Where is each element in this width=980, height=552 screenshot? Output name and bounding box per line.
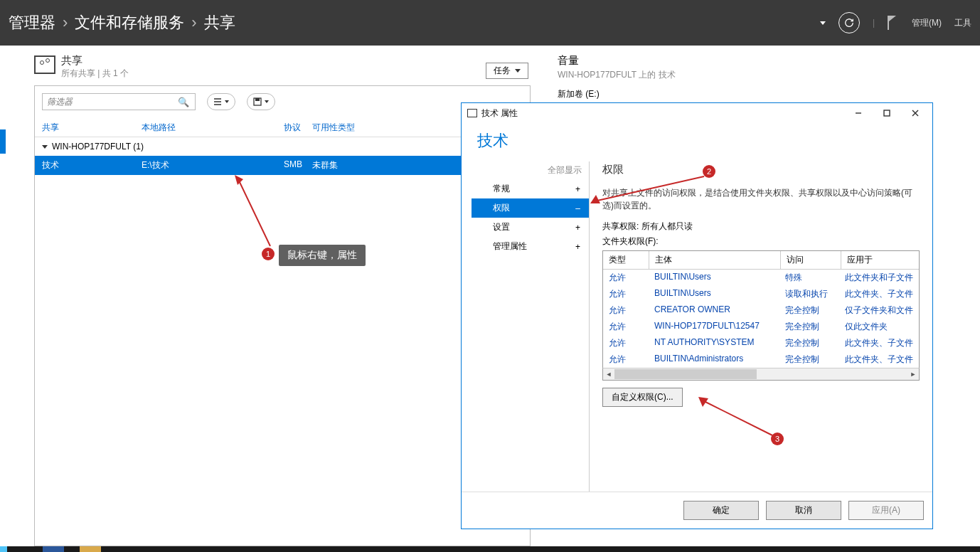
- scroll-right-icon[interactable]: ►: [907, 368, 919, 380]
- cell-principal: CREATOR OWNER: [649, 302, 779, 319]
- cell-applies: 此文件夹、子文件: [839, 286, 919, 302]
- customize-permissions-button[interactable]: 自定义权限(C)...: [602, 388, 683, 407]
- dialog-window-title: 技术 属性: [481, 107, 518, 120]
- perm-row[interactable]: 允许BUILTIN\Users特殊此文件夹和子文件: [603, 270, 919, 286]
- tasks-dropdown[interactable]: 任务: [486, 63, 528, 79]
- col-avail[interactable]: 可用性类型: [312, 122, 355, 134]
- tools-menu[interactable]: 工具: [954, 17, 971, 29]
- nav-label: 设置: [493, 221, 510, 233]
- cancel-button[interactable]: 取消: [766, 501, 841, 520]
- perm-row[interactable]: 允许NT AUTHORITY\SYSTEM完全控制此文件夹、子文件: [603, 335, 919, 351]
- nav-label: 权限: [493, 202, 510, 214]
- col-proto[interactable]: 协议: [284, 122, 312, 134]
- apply-button[interactable]: 应用(A): [848, 501, 924, 520]
- nav-permissions[interactable]: 权限–: [472, 198, 589, 218]
- maximize-button[interactable]: [873, 105, 901, 121]
- volume-pane: 音量 WIN-HOP177DFULT 上的 技术 新加卷 (E:): [539, 54, 980, 100]
- cell-applies: 仅此文件夹: [839, 319, 919, 335]
- separator: |: [873, 18, 875, 28]
- folder-perm-label: 文件夹权限(F):: [602, 235, 920, 248]
- chevron-right-icon: ›: [63, 14, 68, 32]
- volume-name: 新加卷 (E:): [558, 88, 980, 100]
- svg-rect-3: [884, 110, 890, 116]
- cell-type: 允许: [603, 335, 649, 351]
- svg-rect-1: [255, 98, 260, 101]
- minimize-button[interactable]: [844, 105, 873, 121]
- search-icon[interactable]: 🔍: [172, 97, 195, 107]
- column-headers: 共享 本地路径 协议 可用性类型: [35, 117, 530, 137]
- share-icon: [34, 55, 55, 74]
- cell-type: 允许: [603, 302, 649, 319]
- plus-icon: +: [575, 223, 580, 233]
- col-type[interactable]: 类型: [603, 251, 649, 270]
- close-button[interactable]: [901, 105, 930, 121]
- breadcrumb: 管理器 › 文件和存储服务 › 共享: [9, 12, 235, 33]
- nav-settings[interactable]: 设置+: [472, 218, 589, 237]
- view-options-button[interactable]: [207, 93, 235, 110]
- taskbar[interactable]: [0, 546, 980, 552]
- cell-applies: 此文件夹和子文件: [839, 270, 919, 286]
- shares-list-panel: 🔍 共享 本地路径 协议 可用性类型: [34, 85, 531, 546]
- perm-description: 对共享上文件的访问权限，是结合使用文件夹权限、共享权限以及中心访问策略(可选)而…: [602, 186, 920, 212]
- scroll-thumb[interactable]: [614, 369, 757, 379]
- col-applies[interactable]: 应用于: [841, 251, 919, 270]
- rail-selection: [0, 129, 6, 154]
- section-subtitle: 所有共享 | 共 1 个: [61, 68, 129, 80]
- volume-subtitle: WIN-HOP177DFULT 上的 技术: [558, 69, 980, 81]
- show-all-link[interactable]: 全部显示: [472, 161, 589, 179]
- horizontal-scrollbar[interactable]: ◄ ►: [602, 368, 920, 381]
- cell-type: 允许: [603, 351, 649, 368]
- refresh-button[interactable]: [838, 12, 860, 33]
- volume-title: 音量: [558, 54, 980, 68]
- cell-applies: 仅子文件夹和文件: [839, 302, 919, 319]
- ok-button[interactable]: 确定: [683, 501, 759, 520]
- cell-proto: SMB: [284, 159, 312, 171]
- cell-applies: 此文件夹、子文件: [839, 351, 919, 368]
- perm-heading: 权限: [602, 163, 920, 176]
- cell-access: 完全控制: [779, 319, 839, 335]
- cell-principal: BUILTIN\Users: [649, 286, 779, 302]
- share-row-selected[interactable]: 技术 E:\技术 SMB 未群集: [35, 156, 530, 175]
- chevron-right-icon: ›: [191, 14, 196, 32]
- nav-label: 管理属性: [493, 240, 527, 253]
- col-share[interactable]: 共享: [42, 122, 142, 134]
- nav-management[interactable]: 管理属性+: [472, 237, 589, 256]
- cell-type: 允许: [603, 319, 649, 335]
- manage-menu[interactable]: 管理(M): [912, 17, 942, 29]
- cell-principal: NT AUTHORITY\SYSTEM: [649, 335, 779, 351]
- filter-input[interactable]: [43, 94, 172, 110]
- properties-dialog: 技术 属性 技术 全部显示 常规+ 权限– 设置+ 管理属性+ 权限 对共享上文…: [461, 102, 933, 529]
- scroll-left-icon[interactable]: ◄: [603, 368, 614, 380]
- group-header[interactable]: WIN-HOP177DFULT (1): [35, 137, 530, 156]
- col-access[interactable]: 访问: [781, 251, 841, 270]
- nav-general[interactable]: 常规+: [472, 179, 589, 198]
- cell-principal: WIN-HOP177DFULT\12547: [649, 319, 779, 335]
- breadcrumb-item[interactable]: 文件和存储服务: [75, 12, 184, 33]
- breadcrumb-item[interactable]: 管理器: [9, 12, 55, 33]
- permissions-table[interactable]: 类型 主体 访问 应用于 允许BUILTIN\Users特殊此文件夹和子文件允许…: [602, 250, 920, 368]
- perm-row[interactable]: 允许BUILTIN\Users读取和执行此文件夹、子文件: [603, 286, 919, 302]
- cell-principal: BUILTIN\Administrators: [649, 351, 779, 368]
- app-icon: [467, 109, 477, 117]
- save-view-button[interactable]: [247, 93, 275, 110]
- tasks-label: 任务: [494, 65, 511, 77]
- cell-access: 特殊: [779, 270, 839, 286]
- group-label: WIN-HOP177DFULT (1): [52, 142, 144, 152]
- cell-share: 技术: [42, 159, 142, 171]
- cell-applies: 此文件夹、子文件: [839, 335, 919, 351]
- title-bar: 管理器 › 文件和存储服务 › 共享 | 管理(M) 工具: [0, 0, 980, 46]
- breadcrumb-item[interactable]: 共享: [204, 12, 235, 33]
- plus-icon: +: [575, 242, 580, 252]
- perm-row[interactable]: 允许CREATOR OWNER完全控制仅子文件夹和文件: [603, 302, 919, 319]
- nav-label: 常规: [493, 183, 510, 195]
- perm-row[interactable]: 允许WIN-HOP177DFULT\12547完全控制仅此文件夹: [603, 319, 919, 335]
- cell-type: 允许: [603, 270, 649, 286]
- dropdown-icon[interactable]: [820, 21, 826, 25]
- col-path[interactable]: 本地路径: [142, 122, 284, 134]
- flag-icon[interactable]: [888, 16, 899, 30]
- col-principal[interactable]: 主体: [649, 251, 781, 270]
- perm-row[interactable]: 允许BUILTIN\Administrators完全控制此文件夹、子文件: [603, 351, 919, 368]
- dialog-content: 权限 对共享上文件的访问权限，是结合使用文件夹权限、共享权限以及中心访问策略(可…: [590, 161, 932, 492]
- dialog-titlebar[interactable]: 技术 属性: [462, 103, 932, 123]
- cell-access: 完全控制: [779, 335, 839, 351]
